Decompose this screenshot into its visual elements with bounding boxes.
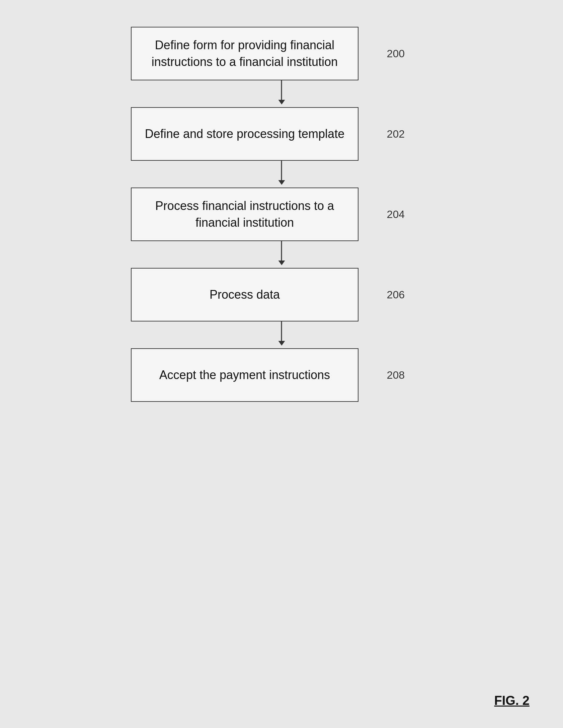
- step-box-202: Define and store processing template 202: [131, 107, 358, 161]
- step-label-208: Accept the payment instructions: [159, 367, 330, 383]
- step-label-206: Process data: [210, 286, 280, 303]
- page: Define form for providing financial inst…: [0, 0, 563, 728]
- step-row-204: Process financial instructions to a fina…: [131, 188, 432, 241]
- step-label-202: Define and store processing template: [145, 126, 344, 142]
- step-box-206: Process data 206: [131, 268, 358, 321]
- step-label-204: Process financial instructions to a fina…: [142, 198, 348, 231]
- arrow-line-1: [281, 80, 282, 100]
- arrow-4: [168, 321, 395, 348]
- flowchart-container: Define form for providing financial inst…: [131, 27, 432, 402]
- arrow-line-3: [281, 241, 282, 261]
- step-number-200: 200: [387, 46, 405, 61]
- arrow-1: [168, 80, 395, 107]
- arrow-line-4: [281, 321, 282, 342]
- step-row-202: Define and store processing template 202: [131, 107, 432, 161]
- step-row-206: Process data 206: [131, 268, 432, 321]
- arrow-line-2: [281, 161, 282, 181]
- step-row-200: Define form for providing financial inst…: [131, 27, 432, 80]
- step-box-204: Process financial instructions to a fina…: [131, 188, 358, 241]
- step-row-208: Accept the payment instructions 208: [131, 348, 432, 402]
- step-number-202: 202: [387, 127, 405, 142]
- arrow-2: [168, 161, 395, 188]
- step-box-200: Define form for providing financial inst…: [131, 27, 358, 80]
- figure-label: FIG. 2: [494, 694, 530, 708]
- step-box-208: Accept the payment instructions 208: [131, 348, 358, 402]
- step-label-200: Define form for providing financial inst…: [142, 37, 348, 71]
- step-number-206: 206: [387, 287, 405, 302]
- step-number-204: 204: [387, 207, 405, 222]
- arrow-3: [168, 241, 395, 268]
- step-number-208: 208: [387, 368, 405, 383]
